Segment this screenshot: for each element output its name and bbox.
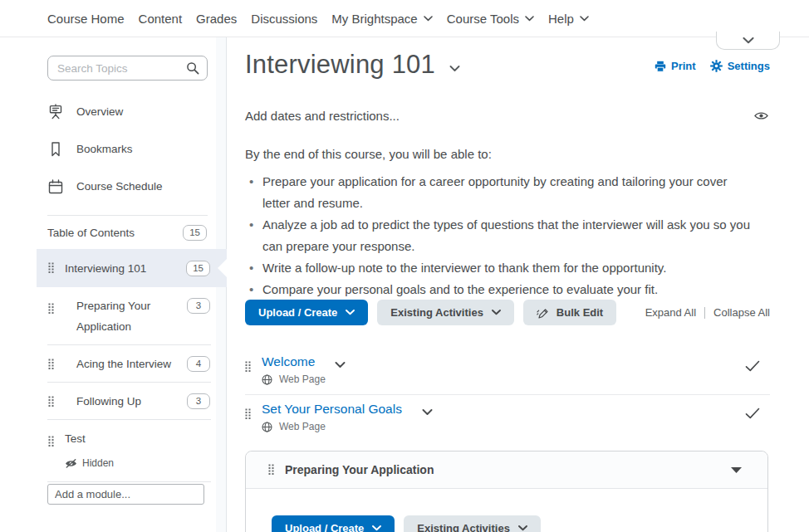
drag-handle-icon[interactable] [48,396,54,408]
upload-create-button[interactable]: Upload / Create [272,515,395,532]
drag-handle-icon[interactable] [268,464,274,476]
globe-icon [262,422,272,432]
bulk-edit-button[interactable]: Bulk Edit [523,300,616,325]
nav-course-tools[interactable]: Course Tools [447,12,534,26]
toc-header[interactable]: Table of Contents 15 [33,216,227,249]
module-label: Preparing Your Application [76,295,187,337]
topic-row-set-your-personal-goals: Set Your Personal Goals Web Page [245,394,770,442]
nav-label: Grades [196,12,237,26]
sidebar-item-label: Course Schedule [76,180,163,193]
nav-label: Discussions [251,12,317,26]
drag-handle-icon[interactable] [245,361,251,373]
nav-help[interactable]: Help [548,12,589,26]
content-sidebar: Overview Bookmarks Course Schedule Table… [33,37,227,532]
button-label: Bulk Edit [556,306,603,319]
toc-label: Table of Contents [47,227,135,239]
chevron-down-icon [743,37,754,44]
collapse-all-link[interactable]: Collapse All [713,306,770,319]
module-test[interactable]: Test Hidden [37,420,227,482]
chevron-down-icon [492,310,501,315]
topic-count-badge: 3 [187,298,210,314]
chevron-down-icon [424,16,433,22]
nav-label: Course Tools [447,12,519,26]
search-input[interactable] [56,61,186,76]
print-icon [655,61,666,72]
search-icon[interactable] [186,61,199,75]
chevron-down-icon [346,310,355,315]
drag-handle-icon[interactable] [48,262,54,274]
topic-actions-chevron-icon[interactable] [335,362,346,368]
nav-label: Help [548,12,574,26]
learning-objectives-list: Prepare your application for a career op… [248,171,757,300]
chevron-down-icon [518,525,527,531]
table-of-contents: Table of Contents 15 Interviewing 101 15… [33,215,227,482]
expand-collapse-links: Expand All Collapse All [645,306,770,319]
objective-item: Prepare your application for a career op… [248,171,757,214]
button-label: Upload / Create [285,522,364,532]
chevron-down-icon [372,525,381,531]
nav-content[interactable]: Content [139,12,183,26]
nav-label: My Brightspace [331,12,417,26]
link-separator [704,307,705,319]
add-dates-restrictions[interactable]: Add dates and restrictions... [245,109,400,123]
print-button[interactable]: Print [655,60,696,72]
nav-label: Content [139,12,183,26]
module-label: Interviewing 101 [65,258,146,279]
brightspace-content-page: { "topnav": { "items": [ {"label": "Cour… [0,0,809,532]
topic-count-badge: 15 [183,225,207,241]
objective-item: Analyze a job ad to predict the types of… [248,214,757,257]
sidebar-item-course-schedule[interactable]: Course Schedule [47,168,208,205]
nav-discussions[interactable]: Discussions [251,12,317,26]
module-header: Interviewing 101 [245,50,460,80]
module-preparing-your-application[interactable]: Preparing Your Application 3 [37,287,227,345]
settings-button[interactable]: Settings [710,60,770,72]
sidebar-item-overview[interactable]: Overview [47,93,208,130]
collapse-caret-icon[interactable] [730,466,743,474]
topic-link[interactable]: Set Your Personal Goals [262,401,402,417]
module-description-intro: By the end of this course, you will be a… [245,147,492,161]
topic-list: Welcome Web Page Set Your Personal Goals [245,348,770,442]
drag-handle-icon[interactable] [245,408,251,420]
sidebar-nav: Overview Bookmarks Course Schedule [47,93,208,205]
content-toolbar: Upload / Create Existing Activities Bulk… [245,300,770,325]
existing-activities-button[interactable]: Existing Activities [404,515,541,532]
nav-grades[interactable]: Grades [196,12,237,26]
pencil-icon [537,307,548,319]
topic-row-welcome: Welcome Web Page [245,348,770,394]
topic-type-label: Web Page [279,373,326,385]
collapse-header-button[interactable] [716,32,780,50]
module-following-up[interactable]: Following Up 3 [37,383,227,420]
submodule-header: Preparing Your Application [246,451,767,489]
expand-all-link[interactable]: Expand All [645,306,696,319]
nav-my-brightspace[interactable]: My Brightspace [331,12,432,26]
drag-handle-icon[interactable] [48,359,54,370]
topic-actions-chevron-icon[interactable] [422,409,433,416]
nav-label: Course Home [47,12,125,26]
eye-slash-icon [65,459,77,468]
module-body: Test Hidden [65,428,114,474]
completed-check-icon [745,408,760,419]
upload-create-button[interactable]: Upload / Create [245,300,368,325]
drag-handle-icon[interactable] [48,303,54,315]
add-module-input[interactable] [47,484,204,505]
topic-link[interactable]: Welcome [262,354,315,370]
module-actions-chevron-icon[interactable] [449,66,460,72]
existing-activities-button[interactable]: Existing Activities [377,300,514,325]
module-label: Following Up [76,391,141,412]
topic-body: Welcome Web Page [262,354,346,385]
drag-handle-icon[interactable] [48,436,54,447]
settings-label: Settings [728,60,770,72]
chevron-down-icon [580,16,589,22]
chevron-down-icon [525,16,534,22]
nav-course-home[interactable]: Course Home [47,12,125,26]
module-label: Test [65,432,86,445]
topic-type-row: Web Page [262,373,346,385]
module-acing-the-interview[interactable]: Acing the Interview 4 [37,345,227,383]
completed-check-icon [745,360,760,372]
module-interviewing-101[interactable]: Interviewing 101 15 [37,249,227,287]
objective-item: Write a follow-up note to the interviewe… [248,257,757,279]
eye-icon[interactable] [754,111,768,120]
button-label: Upload / Create [258,306,337,319]
bookmark-icon [47,141,64,158]
sidebar-item-bookmarks[interactable]: Bookmarks [47,130,208,168]
